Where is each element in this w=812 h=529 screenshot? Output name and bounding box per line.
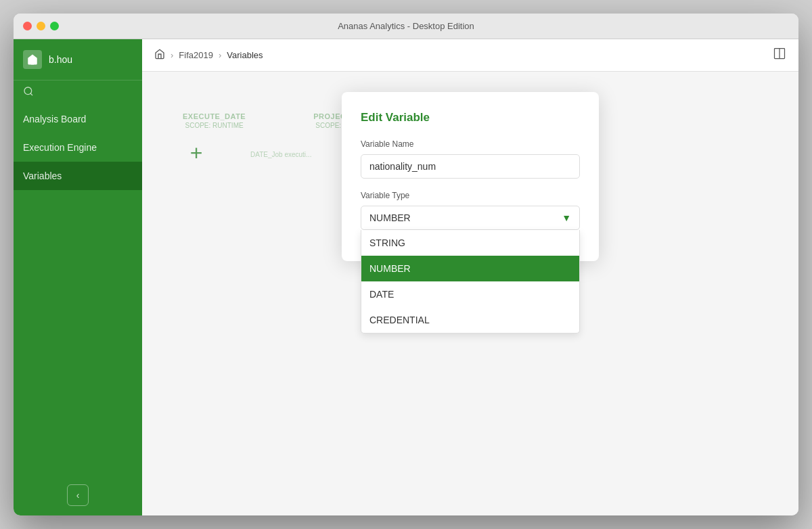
search-area [14,80,142,105]
variable-name-group: Variable Name [361,139,580,179]
dropdown-arrow-icon: ▼ [562,212,571,223]
canvas-area: EXECUTE_DATE SCOPE: RUNTIME PROJECT_PATH… [142,72,798,515]
sidebar: b.hou Analysis Board Execution Engine [14,39,142,515]
breadcrumb-current: Variables [227,50,263,60]
main-content: › Fifa2019 › Variables EXECUTE_D [142,39,798,515]
main-header: › Fifa2019 › Variables [142,39,798,72]
modal-title: Edit Variable [361,111,580,124]
titlebar: Ananas Analytics - Desktop Edition [14,14,798,39]
dropdown-current-value: NUMBER [369,212,411,223]
sidebar-item-execution-engine[interactable]: Execution Engine [14,133,142,162]
svg-line-1 [30,93,32,95]
modal-overlay: Edit Variable Variable Name Variable Typ… [142,72,798,515]
variable-type-label: Variable Type [361,191,580,200]
sidebar-item-analysis-board[interactable]: Analysis Board [14,105,142,133]
sidebar-item-variables[interactable]: Variables [14,162,142,190]
close-button[interactable] [23,22,32,30]
dropdown-item-credential[interactable]: CREDENTIAL [361,307,579,333]
sidebar-nav: Analysis Board Execution Engine Variable… [14,105,142,515]
edit-variable-modal: Edit Variable Variable Name Variable Typ… [342,92,599,261]
dropdown-item-string[interactable]: STRING [361,230,579,256]
dropdown-selected-value[interactable]: NUMBER ▼ [361,206,580,230]
maximize-button[interactable] [50,22,59,30]
user-section: b.hou [14,39,142,80]
variable-name-label: Variable Name [361,139,580,149]
dropdown-menu: STRING NUMBER DATE CREDENT [361,230,580,334]
home-icon[interactable] [154,49,165,62]
breadcrumb-project[interactable]: Fifa2019 [179,50,213,60]
variable-name-input[interactable] [361,154,580,179]
app-window: Ananas Analytics - Desktop Edition b.hou [14,14,798,515]
svg-point-0 [24,87,32,95]
minimize-button[interactable] [37,22,45,30]
window-title: Ananas Analytics - Desktop Edition [338,21,474,31]
traffic-lights [23,22,59,30]
breadcrumb-sep-1: › [171,50,173,60]
dropdown-item-date[interactable]: DATE [361,281,579,307]
sidebar-collapse-button[interactable]: ‹ [67,484,89,506]
user-icon [23,50,42,69]
layout-toggle-icon[interactable] [773,47,786,64]
search-icon [23,86,34,99]
breadcrumb: › Fifa2019 › Variables [154,49,263,62]
username: b.hou [49,54,72,65]
breadcrumb-sep-2: › [219,50,221,60]
app-body: b.hou Analysis Board Execution Engine [14,39,798,515]
variable-type-dropdown: NUMBER ▼ STRING NUMBER [361,206,580,230]
dropdown-item-number[interactable]: NUMBER [361,256,579,281]
variable-type-group: Variable Type NUMBER ▼ STRING [361,191,580,230]
